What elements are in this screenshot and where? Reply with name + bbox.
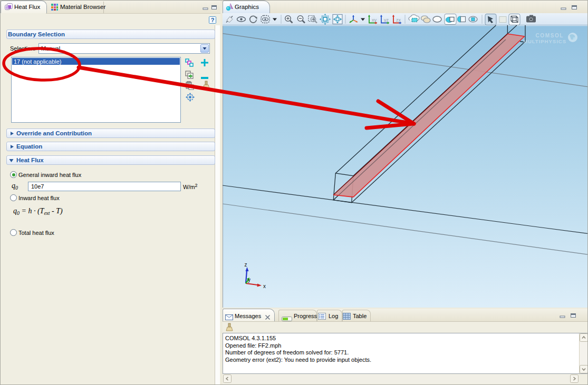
svg-text:yz: yz: [384, 17, 389, 23]
svg-text:?: ?: [211, 17, 215, 23]
svg-text:xy: xy: [372, 17, 377, 23]
svg-text:z: z: [245, 262, 247, 268]
svg-text:COMSOL: COMSOL: [536, 33, 564, 38]
svg-text:MULTIPHYSICS: MULTIPHYSICS: [523, 38, 566, 44]
svg-text:y: y: [248, 277, 250, 283]
svg-text:zx: zx: [396, 17, 401, 23]
svg-text:x: x: [263, 283, 266, 289]
